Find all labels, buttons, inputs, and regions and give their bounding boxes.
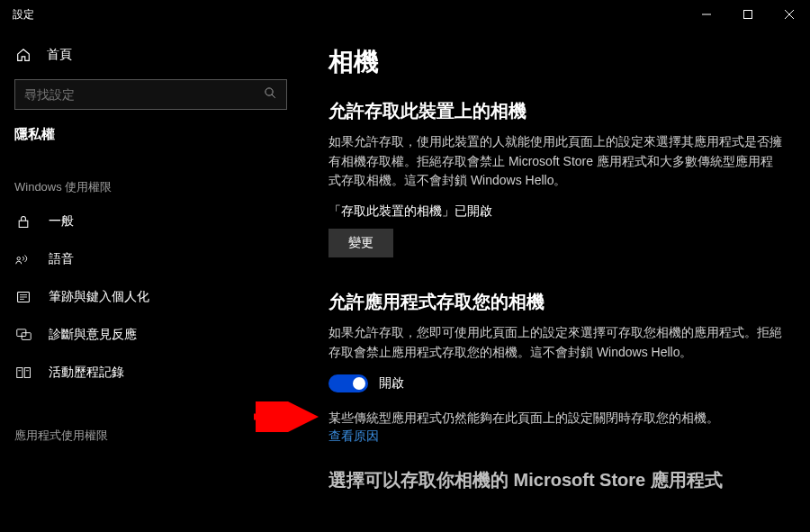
toggle-label: 開啟 [379,375,404,392]
sidebar-item-inking[interactable]: 筆跡與鍵入個人化 [0,278,302,316]
sidebar-item-activity[interactable]: 活動歷程記錄 [0,354,302,392]
device-access-status: 「存取此裝置的相機」已開啟 [328,203,783,220]
svg-line-5 [272,95,275,98]
toggle-knob [353,377,365,390]
section1-desc: 如果允許存取，使用此裝置的人就能使用此頁面上的設定來選擇其應用程式是否擁有相機存… [328,132,783,191]
svg-rect-14 [16,368,22,378]
svg-point-4 [266,87,273,95]
sidebar-item-speech[interactable]: 語音 [0,240,302,278]
sidebar-item-label: 一般 [49,213,74,230]
sidebar-item-label: 活動歷程記錄 [49,365,124,381]
section-header-apps: 應用程式使用權限 [0,408,302,451]
window-controls [686,0,810,29]
category-label: 隱私權 [0,122,302,159]
sidebar: 首頁 隱私權 Windows 使用權限 一般 語音 筆跡與 [0,29,302,532]
section-header-windows: Windows 使用權限 [0,159,302,203]
page-title: 相機 [328,45,783,79]
svg-point-7 [17,257,20,260]
speech-icon [14,252,32,266]
inking-icon [14,290,32,304]
allow-apps-toggle[interactable] [328,374,368,392]
content-area: 相機 允許存取此裝置上的相機 如果允許存取，使用此裝置的人就能使用此頁面上的設定… [302,29,810,532]
section1-heading: 允許存取此裝置上的相機 [328,99,783,123]
svg-rect-6 [19,221,28,227]
sidebar-item-label: 語音 [49,251,74,267]
desktop-apps-note: 某些傳統型應用程式仍然能夠在此頁面上的設定關閉時存取您的相機。 [328,409,783,428]
sidebar-item-label: 診斷與意見反應 [49,327,137,343]
svg-rect-15 [24,368,30,378]
window-title: 設定 [13,7,34,23]
home-label: 首頁 [47,47,72,63]
sidebar-item-general[interactable]: 一般 [0,203,302,240]
change-button[interactable]: 變更 [328,229,393,257]
search-box[interactable] [14,79,287,110]
lock-icon [14,214,32,229]
home-link[interactable]: 首頁 [0,38,302,72]
feedback-icon [14,328,32,342]
section3-heading-cut: 選擇可以存取你相機的 Microsoft Store 應用程式 [328,468,783,492]
sidebar-item-diagnostics[interactable]: 診斷與意見反應 [0,316,302,354]
sidebar-item-label: 筆跡與鍵入個人化 [49,289,149,305]
maximize-button[interactable] [727,0,769,29]
learn-why-link[interactable]: 查看原因 [328,428,783,445]
home-icon [14,47,32,63]
section2-heading: 允許應用程式存取您的相機 [328,290,783,314]
minimize-button[interactable] [686,0,727,29]
svg-rect-1 [744,11,752,19]
search-icon [264,86,277,104]
section2-desc: 如果允許存取，您即可使用此頁面上的設定來選擇可存取您相機的應用程式。拒絕存取會禁… [328,323,783,362]
search-input[interactable] [24,87,264,102]
close-button[interactable] [769,0,810,29]
activity-icon [14,365,32,380]
